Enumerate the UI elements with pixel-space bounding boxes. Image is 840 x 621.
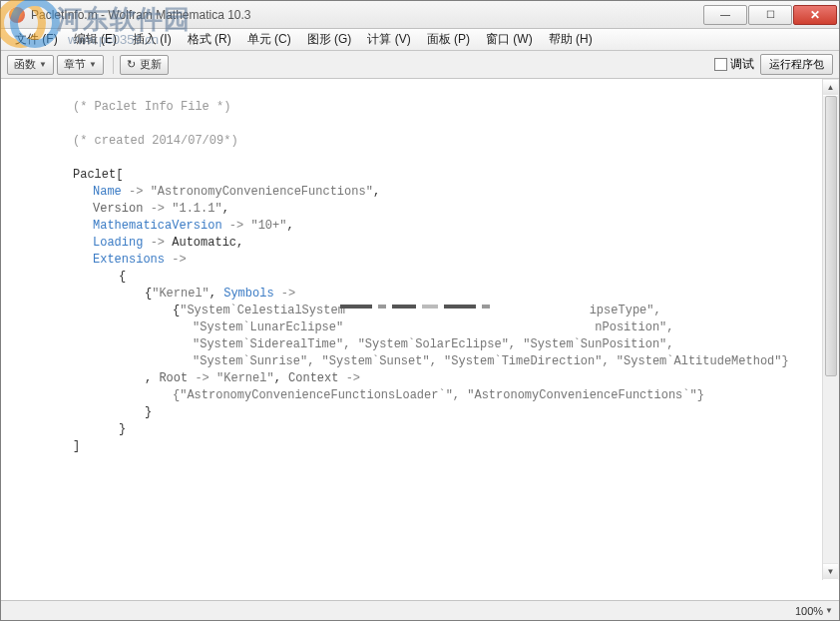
code-line: {"AstronomyConvenienceFunctionsLoader`",… [73,387,809,404]
code-line: , Root -> "Kernel", Context -> [73,370,809,387]
menu-edit[interactable]: 编辑 (E) [66,29,125,50]
code-line: MathematicaVersion -> "10+", [73,218,809,235]
code-line: {"Kernel", Symbols -> [73,286,809,303]
debug-checkbox[interactable] [714,58,727,71]
chevron-down-icon: ▼ [39,60,47,69]
code-line: (* created 2014/07/09*) [73,133,809,150]
code-line: } [73,404,809,421]
menu-cell[interactable]: 单元 (C) [239,29,299,50]
close-button[interactable]: ✕ [793,5,837,25]
menu-file[interactable]: 文件 (F) [7,29,66,50]
code-line: Loading -> Automatic, [73,235,809,252]
function-label: 函数 [14,57,36,72]
code-line: Paclet[ [73,167,809,184]
minimize-button[interactable]: — [703,5,747,25]
code-line: "System`SiderealTime", "System`SolarEcli… [73,336,809,353]
menubar: 文件 (F) 编辑 (E) 插入 (I) 格式 (R) 单元 (C) 图形 (G… [1,29,839,51]
menu-window[interactable]: 窗口 (W) [478,29,541,50]
menu-graphics[interactable]: 图形 (G) [299,29,360,50]
maximize-button[interactable]: ☐ [748,5,792,25]
section-label: 章节 [64,57,86,72]
window-title: PacletInfo.m - Wolfram Mathematica 10.3 [31,8,703,22]
code-line: (* Paclet Info File *) [73,99,809,116]
scrollbar-track[interactable] [823,96,839,563]
notebook-area[interactable]: (* Paclet Info File *) (* created 2014/0… [1,79,839,600]
vertical-scrollbar[interactable]: ▲ ▼ [822,79,839,580]
run-package-button[interactable]: 运行程序包 [760,54,833,75]
toolbar-separator [113,56,114,74]
chevron-down-icon[interactable]: ▼ [825,606,833,615]
scroll-down-icon[interactable]: ▼ [823,563,838,580]
code-line: } [73,421,809,438]
scroll-up-icon[interactable]: ▲ [823,79,838,96]
debug-label: 调试 [730,56,754,73]
app-window: PacletInfo.m - Wolfram Mathematica 10.3 … [0,0,840,621]
code-line: Extensions -> [73,252,809,269]
scrollbar-thumb[interactable] [825,96,837,376]
refresh-label: 更新 [140,57,162,72]
refresh-icon: ↻ [127,58,136,71]
titlebar[interactable]: PacletInfo.m - Wolfram Mathematica 10.3 … [1,1,839,29]
chevron-down-icon: ▼ [89,60,97,69]
zoom-level[interactable]: 100% [795,605,823,617]
toolbar: 函数 ▼ 章节 ▼ ↻ 更新 调试 运行程序包 [1,51,839,79]
window-controls: — ☐ ✕ [703,5,837,25]
run-package-label: 运行程序包 [769,58,824,70]
app-icon [9,7,25,23]
statusbar: 100% ▼ [1,600,839,620]
code-line: ] [73,438,809,455]
code-line: "System`LunarEclipse" nPosition", [73,319,809,336]
section-dropdown[interactable]: 章节 ▼ [57,55,104,75]
obscured-region [340,305,490,309]
function-dropdown[interactable]: 函数 ▼ [7,55,54,75]
menu-help[interactable]: 帮助 (H) [541,29,601,50]
code-line: Version -> "1.1.1", [73,201,809,218]
menu-format[interactable]: 格式 (R) [180,29,239,50]
code-line: Name -> "AstronomyConvenienceFunctions", [73,184,809,201]
refresh-button[interactable]: ↻ 更新 [120,55,169,75]
code-content[interactable]: (* Paclet Info File *) (* created 2014/0… [73,99,809,455]
menu-evaluate[interactable]: 计算 (V) [359,29,418,50]
code-line: "System`Sunrise", "System`Sunset", "Syst… [73,353,809,370]
menu-palettes[interactable]: 面板 (P) [419,29,478,50]
code-line: { [73,269,809,286]
menu-insert[interactable]: 插入 (I) [125,29,180,50]
